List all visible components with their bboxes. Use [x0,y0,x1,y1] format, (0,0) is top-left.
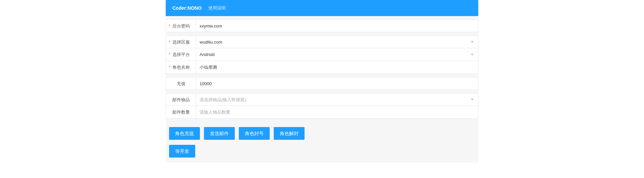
mailitem-label: 邮件物品 [166,94,196,106]
required-indicator: * [169,20,170,33]
mailqty-input[interactable] [196,106,478,118]
required-indicator: * [169,61,170,74]
rolename-input[interactable] [196,61,478,73]
password-label: * 后台密码 [166,20,196,32]
required-indicator: * [169,36,170,49]
server-select[interactable]: wudiliu.com [196,36,478,48]
recharge-label: 充值 [166,77,196,90]
platform-value: Android [196,48,478,61]
usage-guide-link[interactable]: 使用说明 [208,5,226,11]
platform-label: * 选择平台 [166,48,196,61]
recharge-row: 充值 [166,77,478,90]
platform-select[interactable]: Android [196,48,478,61]
rolename-label-text: 角色名称 [172,65,190,70]
mailqty-row: 邮件数量 [166,106,478,119]
recharge-button[interactable]: 角色充值 [169,127,200,140]
button-area: 角色充值 发送邮件 角色封号 角色解封 等开发 [166,122,478,163]
rolename-label: * 角色名称 [166,61,196,73]
dev-button[interactable]: 等开发 [169,145,195,158]
form-content: * 后台密码 * 选择区服 wudiliu.com * 选择平台 [166,16,478,163]
rolename-row: * 角色名称 [166,61,478,74]
unban-button[interactable]: 角色解封 [274,127,305,140]
recharge-input[interactable] [196,77,478,90]
recharge-label-text: 充值 [177,81,185,86]
platform-row: * 选择平台 Android [166,48,478,61]
password-input[interactable] [196,20,478,32]
mailitem-select[interactable]: 请选择物品(输入即搜索) [196,94,478,106]
sendmail-button[interactable]: 发送邮件 [204,127,235,140]
server-label-text: 选择区服 [172,40,190,45]
server-row: * 选择区服 wudiliu.com [166,36,478,48]
header-title: Coder:NONO [172,5,202,11]
mailitem-row: 邮件物品 请选择物品(输入即搜索) [166,93,478,106]
mailqty-label: 邮件数量 [166,106,196,118]
password-row: * 后台密码 [166,19,478,32]
required-indicator: * [169,48,170,61]
mailqty-label-text: 邮件数量 [172,110,190,115]
password-label-text: 后台密码 [172,23,190,28]
platform-label-text: 选择平台 [172,52,190,57]
mailitem-label-text: 邮件物品 [172,97,190,102]
ban-button[interactable]: 角色封号 [239,127,270,140]
header-bar: Coder:NONO 使用说明 [166,0,478,16]
server-label: * 选择区服 [166,36,196,48]
mailitem-placeholder: 请选择物品(输入即搜索) [196,94,478,106]
server-value: wudiliu.com [196,36,478,48]
